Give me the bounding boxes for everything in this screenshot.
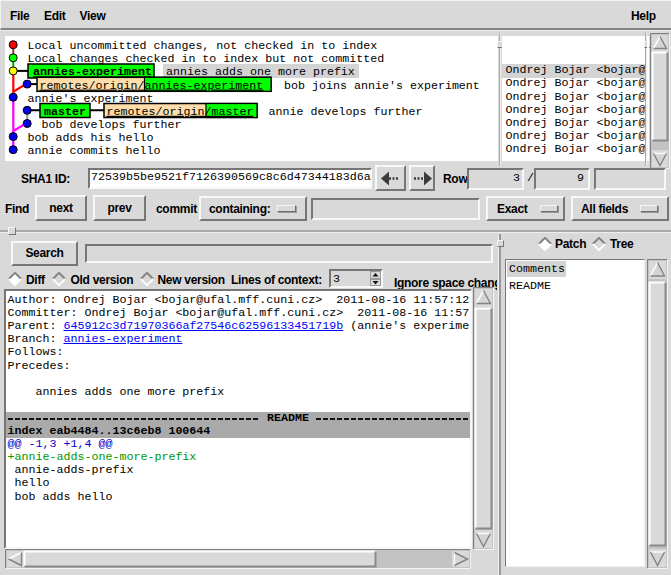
svg-text:bob joins annie's experiment: bob joins annie's experiment bbox=[284, 79, 480, 93]
svg-text:master: master bbox=[44, 105, 86, 119]
svg-text:annies adds one more prefix: annies adds one more prefix bbox=[166, 65, 355, 79]
svg-text:annie's experiment: annie's experiment bbox=[28, 92, 154, 106]
svg-text:annie commits hello: annie commits hello bbox=[28, 144, 161, 158]
svg-text:Local changes checked in to in: Local changes checked in to index but no… bbox=[28, 52, 385, 66]
svg-text:bob adds his hello: bob adds his hello bbox=[28, 131, 154, 145]
svg-text:remotes/origin/master: remotes/origin/master bbox=[107, 105, 254, 119]
svg-text:annie develops further: annie develops further bbox=[269, 105, 423, 119]
svg-text:Local uncommitted changes, not: Local uncommitted changes, not checked i… bbox=[28, 39, 378, 53]
svg-text:remotes/origin/annies-experime: remotes/origin/annies-experiment bbox=[40, 79, 264, 93]
svg-text:annies-experiment: annies-experiment bbox=[33, 65, 152, 79]
svg-text:bob develops further: bob develops further bbox=[42, 118, 182, 132]
